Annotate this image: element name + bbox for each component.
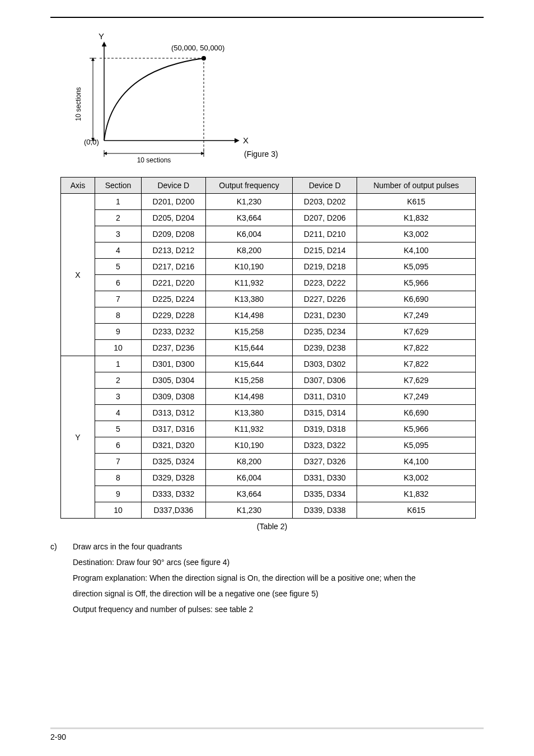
device-d1-cell: D329, D328 bbox=[142, 470, 206, 486]
th-section: Section bbox=[95, 178, 142, 194]
pulses-cell: K5,095 bbox=[357, 437, 475, 454]
table-row: 2D205, D204K3,664D207, D206K1,832 bbox=[61, 210, 476, 226]
device-d2-cell: D331, D330 bbox=[293, 470, 357, 486]
pulses-cell: K5,095 bbox=[357, 259, 475, 275]
pulses-cell: K5,966 bbox=[357, 421, 475, 437]
freq-cell: K8,200 bbox=[205, 242, 293, 259]
device-d1-cell: D217, D216 bbox=[142, 259, 206, 275]
device-d2-cell: D339, D338 bbox=[293, 502, 357, 519]
axis-cell: Y bbox=[61, 356, 95, 519]
table-row: 9D233, D232K15,258D235, D234K7,629 bbox=[61, 324, 476, 340]
section-cell: 5 bbox=[95, 421, 142, 437]
table-caption: (Table 2) bbox=[60, 522, 484, 531]
item-c-title: Draw arcs in the four quadrants bbox=[73, 539, 484, 554]
table-row: 10D237, D236K15,644D239, D238K7,822 bbox=[61, 340, 476, 356]
device-d2-cell: D223, D222 bbox=[293, 275, 357, 291]
section-cell: 9 bbox=[95, 486, 142, 502]
device-d2-cell: D215, D214 bbox=[293, 242, 357, 259]
device-d1-cell: D201, D200 bbox=[142, 194, 206, 210]
section-cell: 8 bbox=[95, 470, 142, 486]
table-row: 5D317, D316K11,932D319, D318K5,966 bbox=[61, 421, 476, 437]
table-row: 5D217, D216K10,190D219, D218K5,095 bbox=[61, 259, 476, 275]
th-device-d1: Device D bbox=[142, 178, 206, 194]
pulses-cell: K7,249 bbox=[357, 389, 475, 405]
device-d2-cell: D239, D238 bbox=[293, 340, 357, 356]
device-d2-cell: D327, D326 bbox=[293, 454, 357, 470]
out-line: Output frequency and number of pulses: s… bbox=[73, 601, 484, 617]
table-row: 4D213, D212K8,200D215, D214K4,100 bbox=[61, 242, 476, 259]
table-row: 8D329, D328K6,004D331, D330K3,002 bbox=[61, 470, 476, 486]
section-cell: 10 bbox=[95, 340, 142, 356]
table-row: 6D321, D320K10,190D323, D322K5,095 bbox=[61, 437, 476, 454]
section-cell: 6 bbox=[95, 437, 142, 454]
device-d1-cell: D229, D228 bbox=[142, 307, 206, 324]
section-cell: 3 bbox=[95, 226, 142, 242]
section-cell: 10 bbox=[95, 502, 142, 519]
table-row: 10D337,D336K1,230D339, D338K615 bbox=[61, 502, 476, 519]
th-device-d2: Device D bbox=[293, 178, 357, 194]
pulses-cell: K5,966 bbox=[357, 275, 475, 291]
section-cell: 2 bbox=[95, 210, 142, 226]
section-cell: 3 bbox=[95, 389, 142, 405]
device-d1-cell: D205, D204 bbox=[142, 210, 206, 226]
device-d2-cell: D335, D334 bbox=[293, 486, 357, 502]
pulses-cell: K6,690 bbox=[357, 291, 475, 307]
figure-svg: Y X (0,0) bbox=[65, 31, 322, 166]
freq-cell: K15,258 bbox=[205, 324, 293, 340]
freq-cell: K14,498 bbox=[205, 307, 293, 324]
freq-cell: K3,664 bbox=[205, 210, 293, 226]
table-row: 4D313, D312K13,380D315, D314K6,690 bbox=[61, 405, 476, 421]
device-d2-cell: D227, D226 bbox=[293, 291, 357, 307]
device-d2-cell: D203, D202 bbox=[293, 194, 357, 210]
pulses-cell: K615 bbox=[357, 194, 475, 210]
y-sections-label: 10 sections bbox=[74, 87, 82, 122]
device-d1-cell: D333, D332 bbox=[142, 486, 206, 502]
svg-point-4 bbox=[202, 56, 206, 60]
footer: 2-90 bbox=[50, 727, 484, 741]
pulses-cell: K7,629 bbox=[357, 372, 475, 389]
device-d1-cell: D213, D212 bbox=[142, 242, 206, 259]
freq-cell: K1,230 bbox=[205, 502, 293, 519]
device-d2-cell: D307, D306 bbox=[293, 372, 357, 389]
device-d2-cell: D207, D206 bbox=[293, 210, 357, 226]
figure-caption: (Figure 3) bbox=[244, 150, 278, 158]
section-cell: 9 bbox=[95, 324, 142, 340]
y-axis-label: Y bbox=[99, 31, 104, 41]
table-row: 3D309, D308K14,498D311, D310K7,249 bbox=[61, 389, 476, 405]
th-output-freq: Output frequency bbox=[205, 178, 293, 194]
section-cell: 6 bbox=[95, 275, 142, 291]
freq-cell: K1,230 bbox=[205, 194, 293, 210]
device-d1-cell: D209, D208 bbox=[142, 226, 206, 242]
dest-line: Destination: Draw four 90° arcs (see fig… bbox=[73, 554, 484, 570]
section-cell: 1 bbox=[95, 194, 142, 210]
table-row: 7D325, D324K8,200D327, D326K4,100 bbox=[61, 454, 476, 470]
table-row: X1D201, D200K1,230D203, D202K615 bbox=[61, 194, 476, 210]
pulses-cell: K6,690 bbox=[357, 405, 475, 421]
device-d2-cell: D231, D230 bbox=[293, 307, 357, 324]
device-d1-cell: D313, D312 bbox=[142, 405, 206, 421]
item-c-label: c) bbox=[50, 539, 62, 617]
device-d1-cell: D237, D236 bbox=[142, 340, 206, 356]
prog-line-2: direction signal is Off, the direction w… bbox=[73, 586, 484, 601]
device-d1-cell: D317, D316 bbox=[142, 421, 206, 437]
freq-cell: K10,190 bbox=[205, 259, 293, 275]
freq-cell: K3,664 bbox=[205, 486, 293, 502]
pulses-cell: K3,002 bbox=[357, 226, 475, 242]
freq-cell: K6,004 bbox=[205, 226, 293, 242]
x-axis-label: X bbox=[243, 136, 249, 145]
freq-cell: K13,380 bbox=[205, 405, 293, 421]
freq-cell: K6,004 bbox=[205, 470, 293, 486]
section-cell: 2 bbox=[95, 372, 142, 389]
section-cell: 4 bbox=[95, 242, 142, 259]
device-d1-cell: D321, D320 bbox=[142, 437, 206, 454]
device-d2-cell: D319, D318 bbox=[293, 421, 357, 437]
pulses-cell: K7,629 bbox=[357, 324, 475, 340]
device-d1-cell: D221, D220 bbox=[142, 275, 206, 291]
footer-rule bbox=[50, 727, 484, 729]
origin-label: (0,0) bbox=[84, 138, 99, 146]
table-row: 2D305, D304K15,258D307, D306K7,629 bbox=[61, 372, 476, 389]
pulses-cell: K4,100 bbox=[357, 242, 475, 259]
device-d2-cell: D311, D310 bbox=[293, 389, 357, 405]
device-d1-cell: D337,D336 bbox=[142, 502, 206, 519]
pulses-cell: K4,100 bbox=[357, 454, 475, 470]
